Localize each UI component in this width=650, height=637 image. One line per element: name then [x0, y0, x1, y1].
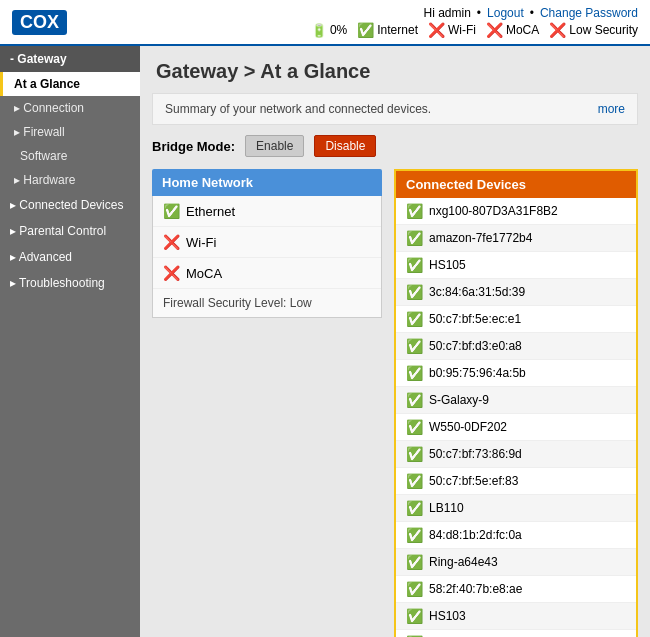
device-ok-icon: ✅	[406, 419, 423, 435]
summary-text: Summary of your network and connected de…	[165, 102, 431, 116]
device-label: 3c:84:6a:31:5d:39	[429, 285, 525, 299]
device-row[interactable]: ✅50:c7:bf:73:86:9d	[396, 441, 636, 468]
device-label: amazon-7fe1772b4	[429, 231, 532, 245]
device-label: LB110	[429, 501, 464, 515]
device-label: 50:c7:bf:5e:ef:83	[429, 474, 518, 488]
device-ok-icon: ✅	[406, 446, 423, 462]
device-ok-icon: ✅	[406, 230, 423, 246]
device-row[interactable]: ✅S-Galaxy-9	[396, 387, 636, 414]
connected-devices-panel: Connected Devices ✅nxg100-807D3A31F8B2✅a…	[394, 169, 638, 637]
sidebar-item-software[interactable]: Software	[0, 144, 140, 168]
device-label: b0:95:75:96:4a:5b	[429, 366, 526, 380]
device-ok-icon: ✅	[406, 581, 423, 597]
wifi-row-label: Wi-Fi	[186, 235, 216, 250]
sidebar-item-connected-devices[interactable]: ▸ Connected Devices	[0, 192, 140, 218]
device-label: HS103	[429, 609, 466, 623]
sidebar-gateway-header[interactable]: - Gateway	[0, 46, 140, 72]
logout-link[interactable]: Logout	[487, 6, 524, 20]
ethernet-ok-icon: ✅	[163, 203, 180, 219]
device-row[interactable]: ✅b0:95:75:96:4a:5b	[396, 360, 636, 387]
connected-devices-body: ✅nxg100-807D3A31F8B2✅amazon-7fe1772b4✅HS…	[396, 198, 636, 637]
sidebar-item-at-a-glance[interactable]: At a Glance	[0, 72, 140, 96]
info-bar: Summary of your network and connected de…	[152, 93, 638, 125]
wifi-label: Wi-Fi	[448, 23, 476, 37]
device-label: S-Galaxy-9	[429, 393, 489, 407]
battery-percent: 0%	[330, 23, 347, 37]
firewall-row: Firewall Security Level: Low	[153, 289, 381, 317]
moca-err-circle-icon: ❌	[163, 265, 180, 281]
device-label: HS105	[429, 258, 466, 272]
device-row[interactable]: ✅nxg100-807D3A31F8B2	[396, 198, 636, 225]
device-label: W550-0DF202	[429, 420, 507, 434]
moca-row: ❌ MoCA	[153, 258, 381, 289]
home-network-header: Home Network	[152, 169, 382, 196]
bridge-mode-label: Bridge Mode:	[152, 139, 235, 154]
bridge-mode-row: Bridge Mode: Enable Disable	[152, 135, 638, 157]
device-row[interactable]: ✅amazon-7fe1772b4	[396, 225, 636, 252]
device-row[interactable]: ✅3c:84:6a:31:5d:39	[396, 279, 636, 306]
bridge-enable-button[interactable]: Enable	[245, 135, 304, 157]
logo: COX	[12, 10, 67, 35]
device-row[interactable]: ✅LB110	[396, 495, 636, 522]
security-status: ❌ Low Security	[549, 22, 638, 38]
device-label: 50:c7:bf:d3:e0:a8	[429, 339, 522, 353]
home-network-body: ✅ Ethernet ❌ Wi-Fi ❌ MoCA Firewall Secur…	[152, 196, 382, 318]
device-ok-icon: ✅	[406, 203, 423, 219]
internet-status: ✅ Internet	[357, 22, 418, 38]
ethernet-row: ✅ Ethernet	[153, 196, 381, 227]
internet-ok-icon: ✅	[357, 22, 374, 38]
sidebar: - Gateway At a Glance ▸ Connection ▸ Fir…	[0, 46, 140, 637]
moca-status: ❌ MoCA	[486, 22, 539, 38]
device-ok-icon: ✅	[406, 311, 423, 327]
device-ok-icon: ✅	[406, 527, 423, 543]
device-row[interactable]: ✅HS105	[396, 252, 636, 279]
device-ok-icon: ✅	[406, 257, 423, 273]
device-row[interactable]: ✅ac:84:c6:81:97:40	[396, 630, 636, 637]
device-ok-icon: ✅	[406, 338, 423, 354]
header: COX Hi admin • Logout • Change Password …	[0, 0, 650, 46]
device-ok-icon: ✅	[406, 284, 423, 300]
sidebar-item-troubleshooting[interactable]: ▸ Troubleshooting	[0, 270, 140, 296]
main-layout: - Gateway At a Glance ▸ Connection ▸ Fir…	[0, 46, 650, 637]
device-label: 58:2f:40:7b:e8:ae	[429, 582, 522, 596]
more-link[interactable]: more	[598, 102, 625, 116]
sidebar-item-firewall[interactable]: ▸ Firewall	[0, 120, 140, 144]
device-row[interactable]: ✅50:c7:bf:d3:e0:a8	[396, 333, 636, 360]
device-row[interactable]: ✅W550-0DF202	[396, 414, 636, 441]
wifi-err-circle-icon: ❌	[163, 234, 180, 250]
wifi-status: ❌ Wi-Fi	[428, 22, 476, 38]
device-ok-icon: ✅	[406, 365, 423, 381]
battery-status: 🔋 0%	[311, 23, 347, 38]
sidebar-item-hardware[interactable]: ▸ Hardware	[0, 168, 140, 192]
internet-label: Internet	[377, 23, 418, 37]
device-ok-icon: ✅	[406, 608, 423, 624]
moca-label: MoCA	[506, 23, 539, 37]
moca-err-icon: ❌	[486, 22, 503, 38]
security-label: Low Security	[569, 23, 638, 37]
page-title: Gateway > At a Glance	[140, 46, 650, 93]
header-right: Hi admin • Logout • Change Password 🔋 0%…	[311, 6, 638, 38]
bridge-disable-button[interactable]: Disable	[314, 135, 376, 157]
wifi-row: ❌ Wi-Fi	[153, 227, 381, 258]
device-ok-icon: ✅	[406, 473, 423, 489]
device-label: Ring-a64e43	[429, 555, 498, 569]
home-network-panel: Home Network ✅ Ethernet ❌ Wi-Fi ❌ MoCA F…	[152, 169, 382, 637]
device-label: 84:d8:1b:2d:fc:0a	[429, 528, 522, 542]
device-label: 50:c7:bf:73:86:9d	[429, 447, 522, 461]
separator2: •	[530, 6, 534, 20]
sidebar-item-connection[interactable]: ▸ Connection	[0, 96, 140, 120]
sidebar-item-advanced[interactable]: ▸ Advanced	[0, 244, 140, 270]
device-label: nxg100-807D3A31F8B2	[429, 204, 558, 218]
device-row[interactable]: ✅Ring-a64e43	[396, 549, 636, 576]
device-row[interactable]: ✅50:c7:bf:5e:ec:e1	[396, 306, 636, 333]
moca-row-label: MoCA	[186, 266, 222, 281]
sidebar-item-parental-control[interactable]: ▸ Parental Control	[0, 218, 140, 244]
change-password-link[interactable]: Change Password	[540, 6, 638, 20]
content-area: Gateway > At a Glance Summary of your ne…	[140, 46, 650, 637]
wifi-err-icon: ❌	[428, 22, 445, 38]
device-row[interactable]: ✅HS103	[396, 603, 636, 630]
device-row[interactable]: ✅84:d8:1b:2d:fc:0a	[396, 522, 636, 549]
device-ok-icon: ✅	[406, 392, 423, 408]
device-row[interactable]: ✅50:c7:bf:5e:ef:83	[396, 468, 636, 495]
device-row[interactable]: ✅58:2f:40:7b:e8:ae	[396, 576, 636, 603]
